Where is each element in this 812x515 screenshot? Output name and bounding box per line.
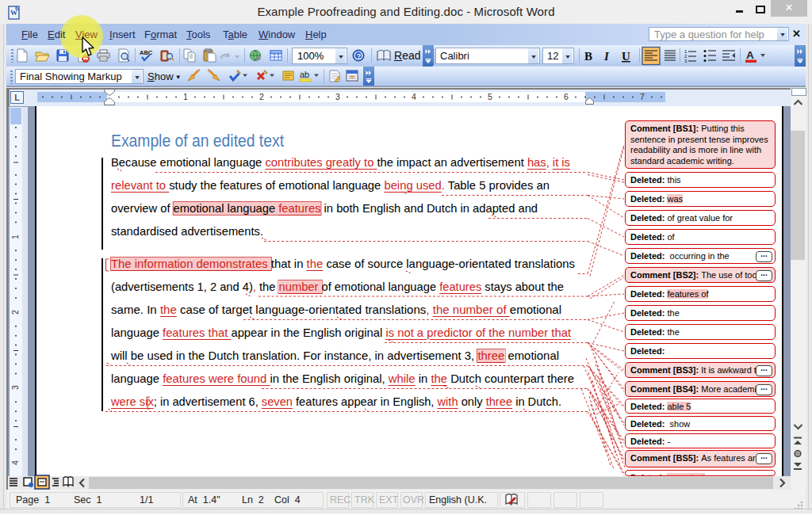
svg-text:?: ? xyxy=(356,52,361,60)
svg-text:I: I xyxy=(603,50,610,63)
svg-text:ABC: ABC xyxy=(140,49,153,56)
svg-text:B: B xyxy=(584,50,592,63)
svg-text:U: U xyxy=(622,50,630,63)
svg-text:A: A xyxy=(746,49,754,61)
svg-text:ab: ab xyxy=(300,70,309,79)
svg-text:3: 3 xyxy=(684,59,688,63)
